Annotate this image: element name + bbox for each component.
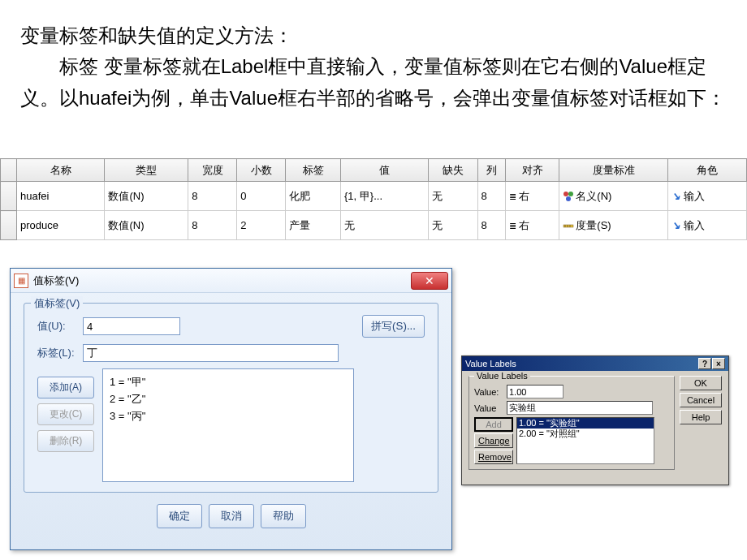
value-label: Value:	[474, 387, 503, 397]
col-blank[interactable]	[1, 159, 17, 182]
dialog-titlebar[interactable]: Value Labels ? ×	[462, 356, 728, 371]
cell-label[interactable]: 产量	[286, 211, 341, 240]
label-label: 标签(L):	[37, 346, 83, 360]
scale-icon	[563, 220, 574, 231]
list-item[interactable]: 3 = "丙"	[110, 408, 347, 425]
cell-type[interactable]: 数值(N)	[105, 211, 188, 240]
col-values[interactable]: 值	[341, 159, 429, 182]
ok-button[interactable]: 确定	[157, 504, 202, 528]
col-measure[interactable]: 度量标准	[559, 159, 668, 182]
col-columns[interactable]: 列	[477, 159, 506, 182]
help-icon[interactable]: ?	[698, 358, 711, 369]
col-type[interactable]: 类型	[105, 159, 188, 182]
change-button[interactable]: Change	[474, 433, 513, 448]
help-button[interactable]: 帮助	[261, 504, 306, 528]
cell-role[interactable]: ↘输入	[668, 182, 747, 211]
row-header[interactable]	[1, 182, 17, 211]
cell-align[interactable]: 右	[506, 211, 559, 240]
table-row[interactable]: huafei 数值(N) 8 0 化肥 {1, 甲}... 无 8 右 名义(N…	[1, 182, 747, 211]
label-input[interactable]	[507, 401, 653, 415]
cell-values[interactable]: {1, 甲}...	[341, 182, 429, 211]
cell-align[interactable]: 右	[506, 182, 559, 211]
help-button[interactable]: Help	[680, 410, 722, 424]
ok-button[interactable]: OK	[680, 376, 722, 390]
intro-line2: 标签 变量标签就在Label框中直接输入，变量值标签则在它右侧的Value框定义…	[20, 51, 727, 114]
cancel-button[interactable]: 取消	[209, 504, 254, 528]
row-header[interactable]	[1, 211, 17, 240]
col-align[interactable]: 对齐	[506, 159, 559, 182]
list-item[interactable]: 2 = "乙"	[110, 391, 347, 408]
value-labels-fieldset: 值标签(V) 值(U): 拼写(S)... 标签(L): 添加(A) 更改(C)…	[24, 303, 438, 493]
cancel-button[interactable]: Cancel	[680, 393, 722, 407]
remove-button[interactable]: Remove	[474, 450, 513, 464]
svg-point-0	[563, 192, 568, 196]
dialog-titlebar[interactable]: ▦ 值标签(V) ✕	[11, 269, 451, 293]
cell-width[interactable]: 8	[188, 182, 237, 211]
remove-button[interactable]: 删除(R)	[37, 430, 94, 452]
spelling-button[interactable]: 拼写(S)...	[362, 315, 425, 338]
col-missing[interactable]: 缺失	[429, 159, 477, 182]
labels-listbox[interactable]: 1.00 = "实验组" 2.00 = "对照组"	[516, 417, 654, 464]
labels-listbox[interactable]: 1 = "甲" 2 = "乙" 3 = "丙"	[102, 368, 354, 482]
cell-missing[interactable]: 无	[429, 182, 477, 211]
table-header-row: 名称 类型 宽度 小数 标签 值 缺失 列 对齐 度量标准 角色	[1, 159, 747, 182]
value-input[interactable]	[507, 385, 563, 398]
value-label: 值(U):	[37, 319, 83, 334]
cell-name[interactable]: huafei	[17, 182, 105, 211]
cell-role[interactable]: ↘输入	[668, 211, 747, 240]
cell-width[interactable]: 8	[188, 211, 237, 240]
list-item[interactable]: 1 = "甲"	[110, 374, 347, 391]
cell-name[interactable]: produce	[17, 211, 105, 240]
value-labels-dialog-en: Value Labels ? × Value Labels Value: Val…	[461, 355, 729, 485]
grid-icon: ▦	[14, 274, 28, 288]
col-width[interactable]: 宽度	[188, 159, 237, 182]
dialog-title: Value Labels	[465, 359, 516, 368]
cell-values[interactable]: 无	[341, 211, 429, 240]
value-labels-dialog-cn: ▦ 值标签(V) ✕ 值标签(V) 值(U): 拼写(S)... 标签(L): …	[10, 268, 452, 550]
cell-missing[interactable]: 无	[429, 211, 477, 240]
col-role[interactable]: 角色	[668, 159, 747, 182]
input-arrow-icon: ↘	[671, 219, 680, 231]
cell-columns[interactable]: 8	[477, 211, 506, 240]
table-row[interactable]: produce 数值(N) 8 2 产量 无 无 8 右 度量(S) ↘输入	[1, 211, 747, 240]
label-label: Value	[474, 403, 503, 413]
svg-point-2	[566, 196, 571, 201]
nominal-icon	[563, 191, 574, 202]
intro-line1: 变量标签和缺失值的定义方法：	[20, 20, 727, 51]
add-button[interactable]: Add	[474, 417, 513, 432]
add-button[interactable]: 添加(A)	[37, 377, 94, 398]
fieldset-legend: 值标签(V)	[31, 296, 83, 311]
col-decimals[interactable]: 小数	[237, 159, 286, 182]
intro-text: 变量标签和缺失值的定义方法： 标签 变量标签就在Label框中直接输入，变量值标…	[0, 0, 747, 126]
svg-point-1	[568, 192, 573, 196]
close-icon[interactable]: ×	[712, 358, 725, 369]
col-label[interactable]: 标签	[286, 159, 341, 182]
cell-measure[interactable]: 度量(S)	[559, 211, 668, 240]
close-button[interactable]: ✕	[411, 272, 448, 290]
cell-decimals[interactable]: 2	[237, 211, 286, 240]
list-item[interactable]: 1.00 = "实验组"	[517, 418, 654, 429]
variable-view-table: 名称 类型 宽度 小数 标签 值 缺失 列 对齐 度量标准 角色 huafei …	[0, 158, 747, 240]
change-button[interactable]: 更改(C)	[37, 403, 94, 425]
list-item[interactable]: 2.00 = "对照组"	[517, 429, 654, 439]
cell-measure[interactable]: 名义(N)	[559, 182, 668, 211]
value-input[interactable]	[83, 317, 180, 335]
fieldset-legend: Value Labels	[474, 371, 530, 381]
cell-label[interactable]: 化肥	[286, 182, 341, 211]
input-arrow-icon: ↘	[671, 190, 680, 202]
value-labels-fieldset: Value Labels Value: Value Add Change Rem…	[468, 376, 675, 470]
dialog-title: 值标签(V)	[33, 274, 79, 288]
cell-decimals[interactable]: 0	[237, 182, 286, 211]
col-name[interactable]: 名称	[17, 159, 105, 182]
label-input[interactable]	[83, 344, 339, 362]
cell-columns[interactable]: 8	[477, 182, 506, 211]
cell-type[interactable]: 数值(N)	[105, 182, 188, 211]
